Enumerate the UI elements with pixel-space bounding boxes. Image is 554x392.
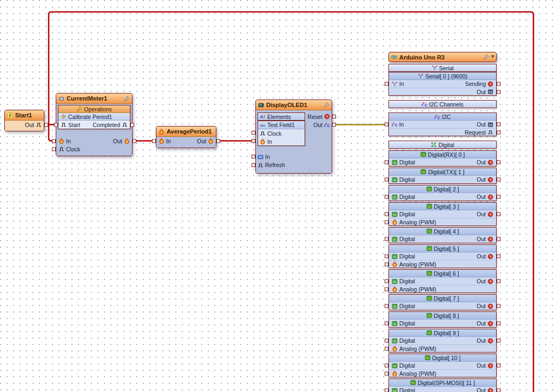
left-pin[interactable] [385,212,388,216]
row-label: I2C Channels [429,101,464,108]
completed-pin[interactable] [130,123,134,127]
arduino-pin-row: 01DigitalOut [389,253,496,260]
right-pin[interactable] [497,82,500,86]
clock-pin[interactable] [252,131,255,135]
left-pin[interactable] [385,339,388,343]
right-pin[interactable] [497,255,500,258]
out-label: Out [25,122,34,128]
arduino-channel-header: 01Digital(TX)[ 1 ] [389,168,496,176]
right-pin[interactable] [497,161,500,164]
pulse-icon [61,122,67,128]
row-label: Digital[ 10 ] [432,355,461,361]
block-displayoled1[interactable]: DisplayOLED1 A Elements Reset Out I2C Ab… [255,99,332,174]
in-pin[interactable] [252,139,255,143]
refresh-pin[interactable] [252,163,255,167]
left-pin[interactable] [385,371,388,375]
text-field-row[interactable]: Abc Text Field1 [258,121,305,129]
svg-text:01: 01 [427,314,431,317]
arduino-channel-header: 01Digital[ 2 ] [389,185,496,193]
right-pin[interactable] [497,280,500,283]
elements-banner[interactable]: A Elements [258,112,305,121]
left-pin[interactable] [385,220,388,224]
flame-icon [159,138,164,144]
start-out-pin[interactable] [44,123,48,127]
left-pin[interactable] [385,262,388,266]
block-start1[interactable]: Start1 Out [4,110,44,131]
digitalgreen-icon: 01 [392,388,398,392]
arduino-channel-header: 01Digital[ 8 ] [389,312,496,320]
right-pin[interactable] [497,389,500,392]
left-pin[interactable] [385,304,388,308]
right-pin[interactable] [497,212,500,216]
operations-subblock[interactable]: Operations Calibrate Period1 Start Compl… [58,105,130,129]
svg-text:A: A [260,115,263,119]
right-pin[interactable] [497,237,500,241]
in-pin[interactable] [152,139,156,143]
start-pin[interactable] [54,123,58,127]
clockred-icon [487,363,493,369]
currentmeter-header[interactable]: 742 CurrentMeter1 [56,94,132,104]
right-pin[interactable] [497,322,500,325]
left-pin[interactable] [385,82,388,86]
arduino-channel-group: 01Digital[ 9 ]01DigitalOutAnalog (PWM) [388,329,497,353]
text-field-subblock[interactable]: Abc Text Field1 Clock In [258,121,305,146]
out-pin[interactable] [216,139,220,143]
right-pin[interactable] [497,195,500,199]
out-pin[interactable] [133,139,136,143]
left-pin[interactable] [385,123,388,127]
left-pin[interactable] [385,237,388,241]
svg-text:01: 01 [393,255,397,258]
block-currentmeter1[interactable]: 742 CurrentMeter1 Operations Calibrate P… [56,93,133,156]
pin-label: Digital [399,303,415,309]
right-pin[interactable] [497,178,500,182]
left-pin[interactable] [385,322,388,325]
row-label: Digital(SPI-MOSI)[ 11 ] [418,380,475,386]
pin-label: Digital [399,253,415,260]
block-arduino-uno-r3[interactable]: Arduino Uno R3 ▾ SerialSerial[ 0 ] (9600… [388,52,497,392]
arduino-header[interactable]: Arduino Uno R3 ▾ [388,52,497,62]
row-label: Digital[ 8 ] [434,313,459,319]
flame-icon [392,346,398,351]
calibrate-row[interactable]: Calibrate Period1 [58,113,130,121]
left-pin[interactable] [385,364,388,368]
analog-io-row: In Out [56,137,132,145]
diagram-canvas[interactable]: Start1 Out 742 CurrentMeter1 Operations [0,0,554,392]
left-pin[interactable] [385,178,388,182]
start-out-row: Out [5,121,44,129]
right-pin[interactable] [497,339,500,343]
pulse-icon [258,162,263,168]
left-pin[interactable] [385,255,388,258]
left-pin[interactable] [385,389,388,392]
left-pin[interactable] [385,347,388,350]
digitalpin-icon: 01 [420,169,426,175]
arduino-channel-header: 01Digital[ 6 ] [389,270,496,277]
right-pin[interactable] [497,364,500,368]
right-pin[interactable] [497,130,500,134]
block-averageperiod1[interactable]: AveragePeriod1 In Out [156,126,216,148]
start1-header[interactable]: Start1 [5,110,44,121]
i2c-out-pin[interactable] [332,123,336,127]
clock-pin[interactable] [52,147,56,151]
clock-row: Clock [258,129,305,137]
svg-text:01: 01 [393,280,397,283]
display-in-row: In [258,153,270,161]
displayoled-header[interactable]: DisplayOLED1 [256,100,332,110]
left-pin[interactable] [385,287,388,291]
right-pin[interactable] [497,304,500,308]
right-pin[interactable] [497,123,500,127]
dropdown-icon[interactable]: ▾ [491,54,494,60]
left-pin[interactable] [385,161,388,164]
wrench-icon [124,96,130,102]
reset-pin[interactable] [332,115,336,118]
operations-banner[interactable]: Operations [58,105,130,113]
left-pin[interactable] [385,195,388,199]
in-pin[interactable] [52,139,56,143]
averageperiod-header[interactable]: AveragePeriod1 [156,127,216,137]
right-pin[interactable] [497,90,500,94]
display-in-pin[interactable] [252,155,255,158]
pin-label: Out [477,387,486,392]
arduino-channel-header: 01Digital[ 5 ] [389,245,496,253]
svg-text:01: 01 [489,123,492,126]
left-pin[interactable] [385,280,388,283]
arduino-pin-row: 01DigitalOut [389,387,496,392]
